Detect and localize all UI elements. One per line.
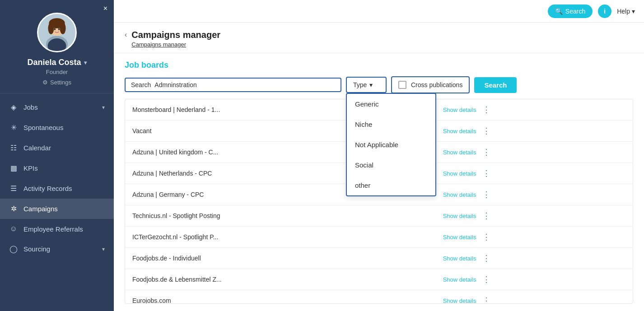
type-dropdown-menu: Generic Niche Not Applicable Social othe… [346, 93, 436, 196]
svg-point-7 [54, 28, 56, 30]
chart-icon: ▩ [9, 164, 18, 172]
cross-publications-label: Cross publications [411, 81, 462, 88]
dropdown-item-generic[interactable]: Generic [347, 94, 435, 114]
gear-icon: ⚙ [42, 79, 48, 86]
show-details-link-9[interactable]: Show details [443, 297, 476, 304]
row-actions-8: Show details ⋮ [436, 269, 633, 290]
breadcrumb[interactable]: Campaigns manager [131, 41, 186, 48]
help-chevron-icon: ▾ [632, 8, 635, 15]
dropdown-item-other[interactable]: other [347, 175, 435, 195]
sidebar-item-sourcing[interactable]: ◯ Sourcing ▾ [0, 239, 114, 259]
row-actions-7: Show details ⋮ [436, 248, 633, 269]
sidebar-item-kpis[interactable]: ▩ KPIs [0, 158, 114, 178]
sidebar-profile: Daniela Costa ▾ Founder ⚙ Settings [0, 0, 114, 93]
show-details-link-2[interactable]: Show details [443, 149, 476, 156]
sidebar: × Daniela Costa [0, 0, 114, 311]
table-row: Eurojobs.com Show details ⋮ [125, 290, 633, 304]
row-menu-dots-0[interactable]: ⋮ [479, 105, 494, 115]
sidebar-nav: ◈ Jobs ▾ ✳ Spontaneous ☷ Calendar ▩ KPIs… [0, 93, 114, 311]
settings-link[interactable]: ⚙ Settings [42, 79, 71, 86]
jobs-chevron-icon: ▾ [102, 104, 105, 111]
row-name-7: Foodjobs.de - Individuell [125, 248, 436, 269]
row-menu-dots-4[interactable]: ⋮ [479, 190, 494, 200]
sidebar-item-spontaneous[interactable]: ✳ Spontaneous [0, 117, 114, 138]
sourcing-chevron-icon: ▾ [102, 246, 105, 252]
sidebar-item-calendar[interactable]: ☷ Calendar [0, 138, 114, 158]
group-icon: ◯ [9, 245, 18, 253]
people-icon: ☺ [9, 225, 18, 233]
asterisk-icon: ✳ [9, 123, 18, 132]
row-name-9: Eurojobs.com [125, 290, 436, 304]
row-name-5: Technicus.nl - Spotlight Posting [125, 205, 436, 227]
sidebar-item-jobs[interactable]: ◈ Jobs ▾ [0, 97, 114, 117]
back-button[interactable]: ‹ [125, 31, 127, 39]
search-input[interactable] [154, 81, 335, 88]
info-button[interactable]: i [598, 5, 611, 18]
show-details-link-5[interactable]: Show details [443, 213, 476, 219]
page-content: ‹ Campaigns manager Campaigns manager Jo… [114, 23, 644, 311]
sidebar-item-campaigns[interactable]: ✲ Campaigns [0, 199, 114, 219]
page-header: ‹ Campaigns manager Campaigns manager [114, 23, 644, 53]
filter-row: Search Type ▾ Generic Niche Not Applicab… [125, 76, 633, 93]
table-row: Foodjobs.de & Lebensmittel Z... Show det… [125, 269, 633, 290]
row-actions-2: Show details ⋮ [436, 142, 633, 162]
show-details-link-0[interactable]: Show details [443, 107, 476, 113]
row-name-6: ICTerGezocht.nl - Spotlight P... [125, 227, 436, 248]
table-row: ICTerGezocht.nl - Spotlight P... Show de… [125, 227, 633, 248]
type-dropdown-wrapper: Type ▾ Generic Niche Not Applicable Soci… [346, 77, 387, 93]
close-sidebar-button[interactable]: × [103, 5, 107, 13]
show-details-link-7[interactable]: Show details [443, 255, 476, 262]
dropdown-item-niche[interactable]: Niche [347, 114, 435, 135]
help-button[interactable]: Help ▾ [617, 8, 635, 15]
row-menu-dots-9[interactable]: ⋮ [479, 296, 494, 304]
search-label: Search [131, 81, 151, 88]
user-dropdown-chevron: ▾ [84, 60, 87, 66]
calendar-icon: ☷ [9, 144, 18, 152]
avatar [37, 13, 77, 52]
cross-publications-checkbox[interactable] [398, 81, 406, 89]
row-actions-6: Show details ⋮ [436, 227, 633, 247]
show-details-link-8[interactable]: Show details [443, 276, 476, 283]
topbar: 🔍 Search i Help ▾ [114, 0, 644, 23]
job-boards-section: Job boards Search Type ▾ Generic Niche N… [114, 53, 644, 311]
row-name-8: Foodjobs.de & Lebensmittel Z... [125, 269, 436, 290]
row-menu-dots-3[interactable]: ⋮ [479, 168, 494, 178]
topbar-search-button[interactable]: 🔍 Search [548, 5, 593, 18]
filter-search-button[interactable]: Search [474, 77, 517, 93]
section-title: Job boards [125, 60, 633, 70]
campaigns-icon: ✲ [9, 204, 18, 213]
row-actions-4: Show details ⋮ [436, 184, 633, 205]
list-icon: ☰ [9, 184, 18, 193]
row-actions-3: Show details ⋮ [436, 163, 633, 184]
row-actions-0: Show details ⋮ [436, 99, 633, 120]
row-actions-5: Show details ⋮ [436, 205, 633, 226]
user-name[interactable]: Daniela Costa ▾ [27, 58, 86, 67]
row-menu-dots-8[interactable]: ⋮ [479, 274, 494, 284]
table-row: Technicus.nl - Spotlight Posting Show de… [125, 205, 633, 227]
show-details-link-4[interactable]: Show details [443, 191, 476, 198]
row-actions-1: Show details ⋮ [436, 121, 633, 141]
dropdown-item-not-applicable[interactable]: Not Applicable [347, 135, 435, 155]
user-role: Founder [46, 69, 68, 75]
row-menu-dots-2[interactable]: ⋮ [479, 147, 494, 157]
main-content: 🔍 Search i Help ▾ ‹ Campaigns manager Ca… [114, 0, 644, 311]
sidebar-item-employee-referrals[interactable]: ☺ Employee Referrals [0, 219, 114, 239]
row-menu-dots-6[interactable]: ⋮ [479, 232, 494, 242]
search-box: Search [125, 78, 341, 92]
type-dropdown-button[interactable]: Type ▾ [346, 77, 387, 93]
row-menu-dots-1[interactable]: ⋮ [479, 126, 494, 136]
briefcase-icon: ◈ [9, 103, 18, 111]
show-details-link-3[interactable]: Show details [443, 170, 476, 177]
show-details-link-6[interactable]: Show details [443, 234, 476, 241]
show-details-link-1[interactable]: Show details [443, 128, 476, 135]
type-chevron-icon: ▾ [369, 81, 373, 88]
dropdown-item-social[interactable]: Social [347, 155, 435, 175]
search-icon: 🔍 [555, 8, 563, 15]
svg-point-8 [58, 28, 60, 30]
row-menu-dots-7[interactable]: ⋮ [479, 253, 494, 263]
table-row: Foodjobs.de - Individuell Show details ⋮ [125, 248, 633, 269]
sidebar-item-activity-records[interactable]: ☰ Activity Records [0, 178, 114, 199]
row-actions-9: Show details ⋮ [436, 290, 633, 304]
cross-publications-box[interactable]: Cross publications [391, 76, 470, 93]
row-menu-dots-5[interactable]: ⋮ [479, 211, 494, 221]
